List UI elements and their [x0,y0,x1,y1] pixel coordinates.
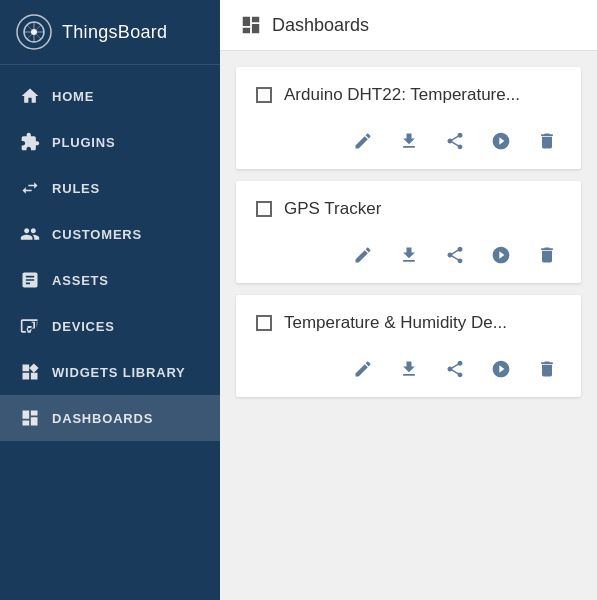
card-title-3: Temperature & Humidity De... [284,313,507,333]
customers-icon [20,224,40,244]
assign-button-1[interactable] [487,127,515,155]
download-icon-2 [399,245,419,265]
edit-button-1[interactable] [349,127,377,155]
card-checkbox-3[interactable] [256,315,272,331]
card-title-row-3: Temperature & Humidity De... [256,313,561,333]
dashboards-icon [20,408,40,428]
sidebar-label-dashboards: DASHBOARDS [52,411,153,426]
share-button-3[interactable] [441,355,469,383]
main-content: Dashboards Arduino DHT22: Temperature... [220,0,597,600]
delete-button-2[interactable] [533,241,561,269]
card-title-row-2: GPS Tracker [256,199,561,219]
header-dashboards-icon [240,14,262,36]
download-icon-3 [399,359,419,379]
edit-button-2[interactable] [349,241,377,269]
assets-icon [20,270,40,290]
assign-icon-3 [491,359,511,379]
plugins-icon [20,132,40,152]
download-button-2[interactable] [395,241,423,269]
dashboard-card-2: GPS Tracker [236,181,581,283]
rules-icon [20,178,40,198]
dashboard-card-1: Arduino DHT22: Temperature... [236,67,581,169]
card-title-row-1: Arduino DHT22: Temperature... [256,85,561,105]
widgets-icon [20,362,40,382]
share-icon-1 [445,131,465,151]
sidebar-item-assets[interactable]: ASSETS [0,257,220,303]
card-actions-1 [256,123,561,155]
home-icon [20,86,40,106]
assign-icon-2 [491,245,511,265]
logo-icon [16,14,52,50]
sidebar-item-devices[interactable]: DEVICES [0,303,220,349]
share-icon-3 [445,359,465,379]
download-button-1[interactable] [395,127,423,155]
logo-area: ThingsBoard [0,0,220,65]
delete-button-3[interactable] [533,355,561,383]
edit-button-3[interactable] [349,355,377,383]
app-name: ThingsBoard [62,22,167,43]
sidebar-label-customers: CUSTOMERS [52,227,142,242]
card-actions-2 [256,237,561,269]
share-button-2[interactable] [441,241,469,269]
share-icon-2 [445,245,465,265]
delete-icon-2 [537,245,557,265]
edit-icon-2 [353,245,373,265]
download-button-3[interactable] [395,355,423,383]
card-title-2: GPS Tracker [284,199,381,219]
assign-icon-1 [491,131,511,151]
main-page-title: Dashboards [272,15,369,36]
main-header: Dashboards [220,0,597,51]
sidebar-item-widgets-library[interactable]: WIDGETS LIBRARY [0,349,220,395]
sidebar-item-rules[interactable]: RULES [0,165,220,211]
sidebar-label-home: HOME [52,89,94,104]
edit-icon-3 [353,359,373,379]
sidebar-nav: HOME PLUGINS RULES CUSTOMERS ASSETS DEVI… [0,65,220,441]
sidebar-item-home[interactable]: HOME [0,73,220,119]
sidebar-label-devices: DEVICES [52,319,115,334]
sidebar-item-dashboards[interactable]: DASHBOARDS [0,395,220,441]
sidebar-label-plugins: PLUGINS [52,135,115,150]
dashboard-list: Arduino DHT22: Temperature... [220,51,597,600]
delete-icon-1 [537,131,557,151]
sidebar-item-plugins[interactable]: PLUGINS [0,119,220,165]
card-title-1: Arduino DHT22: Temperature... [284,85,520,105]
devices-icon [20,316,40,336]
sidebar-label-assets: ASSETS [52,273,109,288]
svg-point-2 [31,29,37,35]
card-checkbox-1[interactable] [256,87,272,103]
card-actions-3 [256,351,561,383]
sidebar: ThingsBoard HOME PLUGINS RULES CUSTOMERS… [0,0,220,600]
edit-icon-1 [353,131,373,151]
sidebar-label-widgets-library: WIDGETS LIBRARY [52,365,186,380]
sidebar-item-customers[interactable]: CUSTOMERS [0,211,220,257]
share-button-1[interactable] [441,127,469,155]
dashboard-card-3: Temperature & Humidity De... [236,295,581,397]
sidebar-label-rules: RULES [52,181,100,196]
card-checkbox-2[interactable] [256,201,272,217]
assign-button-3[interactable] [487,355,515,383]
delete-button-1[interactable] [533,127,561,155]
delete-icon-3 [537,359,557,379]
download-icon-1 [399,131,419,151]
assign-button-2[interactable] [487,241,515,269]
